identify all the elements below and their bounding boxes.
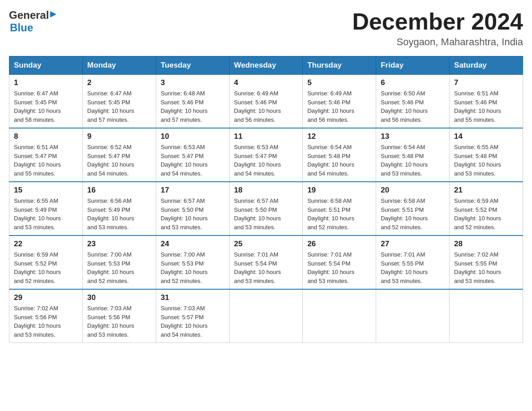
day-info: Sunrise: 7:00 AMSunset: 5:53 PMDaylight:… xyxy=(87,251,134,284)
table-row: 6 Sunrise: 6:50 AMSunset: 5:46 PMDayligh… xyxy=(376,75,450,128)
table-row: 26 Sunrise: 7:01 AMSunset: 5:54 PMDaylig… xyxy=(303,235,376,289)
day-info: Sunrise: 6:53 AMSunset: 5:47 PMDaylight:… xyxy=(161,144,208,177)
table-row: 30 Sunrise: 7:03 AMSunset: 5:56 PMDaylig… xyxy=(82,289,156,343)
table-row: 31 Sunrise: 7:03 AMSunset: 5:57 PMDaylig… xyxy=(156,289,229,343)
header-sunday: Sunday xyxy=(9,56,83,75)
table-row: 2 Sunrise: 6:47 AMSunset: 5:45 PMDayligh… xyxy=(82,75,156,128)
day-info: Sunrise: 6:59 AMSunset: 5:52 PMDaylight:… xyxy=(454,197,501,231)
day-info: Sunrise: 6:58 AMSunset: 5:51 PMDaylight:… xyxy=(381,197,428,231)
table-row: 28 Sunrise: 7:02 AMSunset: 5:55 PMDaylig… xyxy=(450,235,523,289)
day-header-row: Sunday Monday Tuesday Wednesday Thursday… xyxy=(9,56,523,75)
day-number: 21 xyxy=(454,186,518,195)
day-number: 26 xyxy=(307,240,371,248)
day-number: 7 xyxy=(454,78,518,87)
day-info: Sunrise: 6:47 AMSunset: 5:45 PMDaylight:… xyxy=(87,90,134,123)
calendar-week-row: 1 Sunrise: 6:47 AMSunset: 5:45 PMDayligh… xyxy=(9,75,523,128)
table-row: 10 Sunrise: 6:53 AMSunset: 5:47 PMDaylig… xyxy=(156,128,229,182)
table-row: 8 Sunrise: 6:51 AMSunset: 5:47 PMDayligh… xyxy=(9,128,83,182)
table-row: 9 Sunrise: 6:52 AMSunset: 5:47 PMDayligh… xyxy=(82,128,156,182)
day-info: Sunrise: 6:55 AMSunset: 5:48 PMDaylight:… xyxy=(454,144,501,177)
day-info: Sunrise: 6:54 AMSunset: 5:48 PMDaylight:… xyxy=(307,144,354,177)
day-info: Sunrise: 6:55 AMSunset: 5:49 PMDaylight:… xyxy=(14,197,61,231)
day-number: 2 xyxy=(87,78,151,87)
table-row: 5 Sunrise: 6:49 AMSunset: 5:46 PMDayligh… xyxy=(303,75,376,128)
day-info: Sunrise: 6:49 AMSunset: 5:46 PMDaylight:… xyxy=(234,90,281,123)
day-info: Sunrise: 6:59 AMSunset: 5:52 PMDaylight:… xyxy=(14,251,61,284)
day-info: Sunrise: 7:02 AMSunset: 5:56 PMDaylight:… xyxy=(14,305,61,338)
table-row: 12 Sunrise: 6:54 AMSunset: 5:48 PMDaylig… xyxy=(303,128,376,182)
day-number: 14 xyxy=(454,132,518,141)
day-number: 24 xyxy=(161,240,225,248)
day-number: 23 xyxy=(87,240,151,248)
day-number: 17 xyxy=(161,186,225,195)
table-row: 23 Sunrise: 7:00 AMSunset: 5:53 PMDaylig… xyxy=(82,235,156,289)
day-number: 20 xyxy=(381,186,445,195)
header-monday: Monday xyxy=(82,56,156,75)
table-row: 1 Sunrise: 6:47 AMSunset: 5:45 PMDayligh… xyxy=(9,75,83,128)
day-number: 4 xyxy=(234,78,298,87)
day-info: Sunrise: 6:53 AMSunset: 5:47 PMDaylight:… xyxy=(234,144,281,177)
header-wednesday: Wednesday xyxy=(229,56,303,75)
day-number: 1 xyxy=(14,78,78,87)
logo-general-text: General xyxy=(9,9,49,21)
day-info: Sunrise: 7:01 AMSunset: 5:54 PMDaylight:… xyxy=(234,251,281,284)
day-info: Sunrise: 6:58 AMSunset: 5:51 PMDaylight:… xyxy=(307,197,354,231)
day-info: Sunrise: 6:48 AMSunset: 5:46 PMDaylight:… xyxy=(161,90,208,123)
calendar-week-row: 15 Sunrise: 6:55 AMSunset: 5:49 PMDaylig… xyxy=(9,182,523,235)
day-number: 6 xyxy=(381,78,445,87)
page-header: General Blue December 2024 Soygaon, Maha… xyxy=(9,9,523,48)
day-info: Sunrise: 6:57 AMSunset: 5:50 PMDaylight:… xyxy=(161,197,208,231)
table-row: 24 Sunrise: 7:00 AMSunset: 5:53 PMDaylig… xyxy=(156,235,229,289)
svg-marker-0 xyxy=(50,11,56,17)
day-number: 8 xyxy=(14,132,78,141)
table-row xyxy=(450,289,523,343)
table-row: 18 Sunrise: 6:57 AMSunset: 5:50 PMDaylig… xyxy=(229,182,303,235)
table-row: 22 Sunrise: 6:59 AMSunset: 5:52 PMDaylig… xyxy=(9,235,83,289)
logo-arrow-icon xyxy=(50,10,58,18)
table-row: 21 Sunrise: 6:59 AMSunset: 5:52 PMDaylig… xyxy=(450,182,523,235)
table-row: 4 Sunrise: 6:49 AMSunset: 5:46 PMDayligh… xyxy=(229,75,303,128)
day-info: Sunrise: 6:51 AMSunset: 5:47 PMDaylight:… xyxy=(14,144,61,177)
table-row: 11 Sunrise: 6:53 AMSunset: 5:47 PMDaylig… xyxy=(229,128,303,182)
day-number: 22 xyxy=(14,240,78,248)
table-row: 16 Sunrise: 6:56 AMSunset: 5:49 PMDaylig… xyxy=(82,182,156,235)
table-row xyxy=(229,289,303,343)
day-info: Sunrise: 6:56 AMSunset: 5:49 PMDaylight:… xyxy=(87,197,134,231)
day-info: Sunrise: 7:03 AMSunset: 5:56 PMDaylight:… xyxy=(87,305,134,338)
day-number: 27 xyxy=(381,240,445,248)
calendar-week-row: 22 Sunrise: 6:59 AMSunset: 5:52 PMDaylig… xyxy=(9,235,523,289)
table-row xyxy=(376,289,450,343)
day-info: Sunrise: 6:50 AMSunset: 5:46 PMDaylight:… xyxy=(381,90,428,123)
day-number: 31 xyxy=(161,293,225,302)
day-number: 5 xyxy=(307,78,371,87)
calendar-table: Sunday Monday Tuesday Wednesday Thursday… xyxy=(9,56,523,343)
day-info: Sunrise: 7:02 AMSunset: 5:55 PMDaylight:… xyxy=(454,251,501,284)
day-number: 10 xyxy=(161,132,225,141)
header-tuesday: Tuesday xyxy=(156,56,229,75)
table-row: 17 Sunrise: 6:57 AMSunset: 5:50 PMDaylig… xyxy=(156,182,229,235)
day-info: Sunrise: 6:52 AMSunset: 5:47 PMDaylight:… xyxy=(87,144,134,177)
logo-blue-text: Blue xyxy=(10,21,33,34)
table-row: 29 Sunrise: 7:02 AMSunset: 5:56 PMDaylig… xyxy=(9,289,83,343)
day-number: 9 xyxy=(87,132,151,141)
day-info: Sunrise: 7:01 AMSunset: 5:55 PMDaylight:… xyxy=(381,251,428,284)
header-friday: Friday xyxy=(376,56,450,75)
day-number: 15 xyxy=(14,186,78,195)
calendar-week-row: 8 Sunrise: 6:51 AMSunset: 5:47 PMDayligh… xyxy=(9,128,523,182)
table-row: 19 Sunrise: 6:58 AMSunset: 5:51 PMDaylig… xyxy=(303,182,376,235)
header-saturday: Saturday xyxy=(450,56,523,75)
table-row xyxy=(303,289,376,343)
calendar-location: Soygaon, Maharashtra, India xyxy=(352,36,523,48)
day-info: Sunrise: 7:03 AMSunset: 5:57 PMDaylight:… xyxy=(161,305,208,338)
day-number: 13 xyxy=(381,132,445,141)
calendar-week-row: 29 Sunrise: 7:02 AMSunset: 5:56 PMDaylig… xyxy=(9,289,523,343)
table-row: 13 Sunrise: 6:54 AMSunset: 5:48 PMDaylig… xyxy=(376,128,450,182)
day-info: Sunrise: 6:57 AMSunset: 5:50 PMDaylight:… xyxy=(234,197,281,231)
table-row: 3 Sunrise: 6:48 AMSunset: 5:46 PMDayligh… xyxy=(156,75,229,128)
day-info: Sunrise: 6:54 AMSunset: 5:48 PMDaylight:… xyxy=(381,144,428,177)
day-info: Sunrise: 6:47 AMSunset: 5:45 PMDaylight:… xyxy=(14,90,61,123)
table-row: 15 Sunrise: 6:55 AMSunset: 5:49 PMDaylig… xyxy=(9,182,83,235)
day-info: Sunrise: 6:51 AMSunset: 5:46 PMDaylight:… xyxy=(454,90,501,123)
day-info: Sunrise: 6:49 AMSunset: 5:46 PMDaylight:… xyxy=(307,90,354,123)
day-number: 3 xyxy=(161,78,225,87)
